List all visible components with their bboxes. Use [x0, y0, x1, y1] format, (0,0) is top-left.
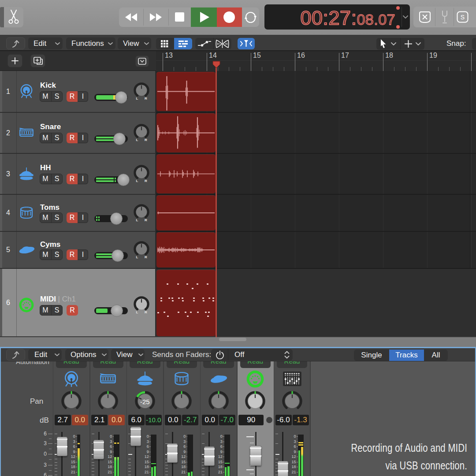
svg-text:S: S	[461, 14, 465, 21]
